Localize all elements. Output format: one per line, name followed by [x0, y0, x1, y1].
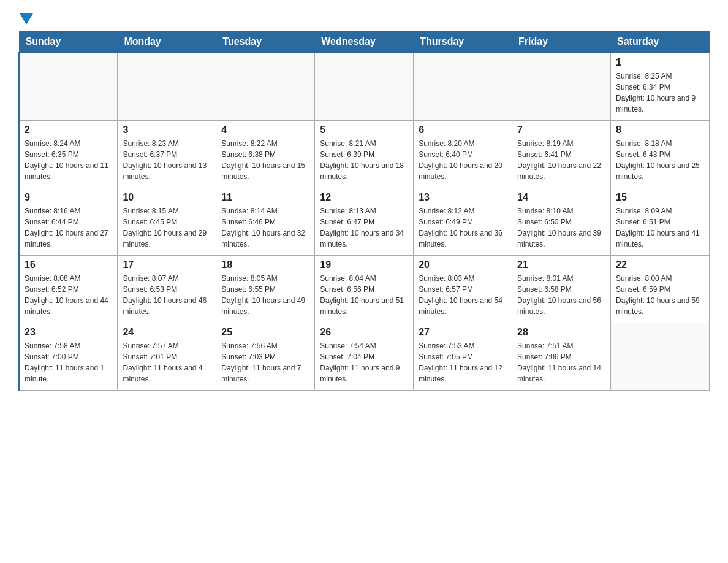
- day-info: Sunrise: 8:05 AMSunset: 6:55 PMDaylight:…: [221, 273, 309, 317]
- day-number: 11: [221, 192, 309, 203]
- calendar-cell: 16Sunrise: 8:08 AMSunset: 6:52 PMDayligh…: [19, 255, 118, 323]
- header-friday: Friday: [512, 31, 611, 53]
- day-info: Sunrise: 7:54 AMSunset: 7:04 PMDaylight:…: [320, 340, 408, 385]
- day-number: 13: [419, 192, 507, 203]
- day-info: Sunrise: 8:24 AMSunset: 6:35 PMDaylight:…: [25, 138, 112, 182]
- calendar-header: Sunday Monday Tuesday Wednesday Thursday…: [19, 31, 710, 53]
- calendar-cell: 18Sunrise: 8:05 AMSunset: 6:55 PMDayligh…: [216, 255, 315, 323]
- day-info: Sunrise: 7:58 AMSunset: 7:00 PMDaylight:…: [25, 340, 112, 385]
- day-info: Sunrise: 8:15 AMSunset: 6:45 PMDaylight:…: [123, 205, 211, 250]
- day-number: 9: [25, 192, 112, 203]
- day-info: Sunrise: 8:01 AMSunset: 6:58 PMDaylight:…: [517, 273, 605, 317]
- day-number: 2: [25, 124, 112, 136]
- day-number: 22: [616, 259, 704, 270]
- day-number: 18: [221, 259, 309, 270]
- calendar-table: Sunday Monday Tuesday Wednesday Thursday…: [18, 31, 710, 391]
- calendar-cell: [19, 53, 118, 120]
- day-number: 27: [419, 327, 507, 338]
- header-saturday: Saturday: [611, 31, 710, 53]
- header-wednesday: Wednesday: [315, 31, 414, 53]
- day-info: Sunrise: 8:09 AMSunset: 6:51 PMDaylight:…: [616, 205, 704, 250]
- day-number: 16: [25, 259, 112, 270]
- calendar-cell: 19Sunrise: 8:04 AMSunset: 6:56 PMDayligh…: [315, 255, 414, 323]
- calendar-cell: 27Sunrise: 7:53 AMSunset: 7:05 PMDayligh…: [414, 323, 512, 390]
- calendar-cell: 14Sunrise: 8:10 AMSunset: 6:50 PMDayligh…: [512, 188, 611, 255]
- day-number: 19: [320, 259, 408, 270]
- calendar-cell: 22Sunrise: 8:00 AMSunset: 6:59 PMDayligh…: [611, 255, 710, 323]
- calendar-cell: 8Sunrise: 8:18 AMSunset: 6:43 PMDaylight…: [611, 120, 710, 188]
- day-number: 14: [517, 192, 605, 203]
- calendar-cell: 25Sunrise: 7:56 AMSunset: 7:03 PMDayligh…: [216, 323, 315, 390]
- day-info: Sunrise: 8:14 AMSunset: 6:46 PMDaylight:…: [221, 205, 309, 250]
- day-info: Sunrise: 8:10 AMSunset: 6:50 PMDaylight:…: [517, 205, 605, 250]
- header-thursday: Thursday: [414, 31, 512, 53]
- day-number: 10: [123, 192, 211, 203]
- header-monday: Monday: [118, 31, 216, 53]
- day-info: Sunrise: 8:03 AMSunset: 6:57 PMDaylight:…: [419, 273, 507, 317]
- calendar-cell: [118, 53, 216, 120]
- day-info: Sunrise: 8:00 AMSunset: 6:59 PMDaylight:…: [616, 273, 704, 317]
- calendar-cell: [611, 323, 710, 390]
- calendar-cell: 12Sunrise: 8:13 AMSunset: 6:47 PMDayligh…: [315, 188, 414, 255]
- day-number: 15: [616, 192, 704, 203]
- calendar-cell: 5Sunrise: 8:21 AMSunset: 6:39 PMDaylight…: [315, 120, 414, 188]
- day-number: 6: [419, 124, 507, 136]
- calendar-cell: [414, 53, 512, 120]
- day-number: 24: [123, 327, 211, 338]
- day-number: 21: [517, 259, 605, 270]
- day-number: 26: [320, 327, 408, 338]
- day-info: Sunrise: 8:13 AMSunset: 6:47 PMDaylight:…: [320, 205, 408, 250]
- calendar-cell: 21Sunrise: 8:01 AMSunset: 6:58 PMDayligh…: [512, 255, 611, 323]
- day-info: Sunrise: 8:07 AMSunset: 6:53 PMDaylight:…: [123, 273, 211, 317]
- day-info: Sunrise: 7:53 AMSunset: 7:05 PMDaylight:…: [419, 340, 507, 385]
- calendar-body: 1Sunrise: 8:25 AMSunset: 6:34 PMDaylight…: [19, 53, 710, 390]
- day-info: Sunrise: 7:51 AMSunset: 7:06 PMDaylight:…: [517, 340, 605, 385]
- calendar-cell: 17Sunrise: 8:07 AMSunset: 6:53 PMDayligh…: [118, 255, 216, 323]
- day-number: 25: [221, 327, 309, 338]
- calendar-week-row: 16Sunrise: 8:08 AMSunset: 6:52 PMDayligh…: [19, 255, 710, 323]
- day-info: Sunrise: 8:12 AMSunset: 6:49 PMDaylight:…: [419, 205, 507, 250]
- day-info: Sunrise: 8:18 AMSunset: 6:43 PMDaylight:…: [616, 138, 704, 182]
- svg-marker-0: [20, 13, 33, 25]
- day-number: 23: [25, 327, 112, 338]
- day-info: Sunrise: 8:04 AMSunset: 6:56 PMDaylight:…: [320, 273, 408, 317]
- day-number: 7: [517, 124, 605, 136]
- day-info: Sunrise: 8:19 AMSunset: 6:41 PMDaylight:…: [517, 138, 605, 182]
- day-info: Sunrise: 8:20 AMSunset: 6:40 PMDaylight:…: [419, 138, 507, 182]
- calendar-cell: 20Sunrise: 8:03 AMSunset: 6:57 PMDayligh…: [414, 255, 512, 323]
- calendar-cell: 7Sunrise: 8:19 AMSunset: 6:41 PMDaylight…: [512, 120, 611, 188]
- calendar-cell: 28Sunrise: 7:51 AMSunset: 7:06 PMDayligh…: [512, 323, 611, 390]
- header-row: Sunday Monday Tuesday Wednesday Thursday…: [19, 31, 710, 53]
- logo: [18, 12, 33, 25]
- day-number: 8: [616, 124, 704, 136]
- calendar-cell: 13Sunrise: 8:12 AMSunset: 6:49 PMDayligh…: [414, 188, 512, 255]
- calendar-cell: [216, 53, 315, 120]
- day-info: Sunrise: 8:16 AMSunset: 6:44 PMDaylight:…: [25, 205, 112, 250]
- day-info: Sunrise: 7:56 AMSunset: 7:03 PMDaylight:…: [221, 340, 309, 385]
- calendar-cell: 15Sunrise: 8:09 AMSunset: 6:51 PMDayligh…: [611, 188, 710, 255]
- calendar-cell: 4Sunrise: 8:22 AMSunset: 6:38 PMDaylight…: [216, 120, 315, 188]
- calendar-cell: 10Sunrise: 8:15 AMSunset: 6:45 PMDayligh…: [118, 188, 216, 255]
- calendar-cell: 2Sunrise: 8:24 AMSunset: 6:35 PMDaylight…: [19, 120, 118, 188]
- day-number: 1: [616, 57, 704, 68]
- day-info: Sunrise: 8:08 AMSunset: 6:52 PMDaylight:…: [25, 273, 112, 317]
- day-number: 3: [123, 124, 211, 136]
- calendar-cell: 3Sunrise: 8:23 AMSunset: 6:37 PMDaylight…: [118, 120, 216, 188]
- calendar-week-row: 1Sunrise: 8:25 AMSunset: 6:34 PMDaylight…: [19, 53, 710, 120]
- calendar-week-row: 23Sunrise: 7:58 AMSunset: 7:00 PMDayligh…: [19, 323, 710, 390]
- calendar-week-row: 2Sunrise: 8:24 AMSunset: 6:35 PMDaylight…: [19, 120, 710, 188]
- header-sunday: Sunday: [19, 31, 118, 53]
- calendar-cell: 9Sunrise: 8:16 AMSunset: 6:44 PMDaylight…: [19, 188, 118, 255]
- day-number: 28: [517, 327, 605, 338]
- day-info: Sunrise: 8:25 AMSunset: 6:34 PMDaylight:…: [616, 71, 704, 115]
- day-number: 17: [123, 259, 211, 270]
- calendar-cell: 1Sunrise: 8:25 AMSunset: 6:34 PMDaylight…: [611, 53, 710, 120]
- calendar-cell: 6Sunrise: 8:20 AMSunset: 6:40 PMDaylight…: [414, 120, 512, 188]
- day-info: Sunrise: 8:23 AMSunset: 6:37 PMDaylight:…: [123, 138, 211, 182]
- calendar-cell: [315, 53, 414, 120]
- calendar-cell: 23Sunrise: 7:58 AMSunset: 7:00 PMDayligh…: [19, 323, 118, 390]
- day-number: 4: [221, 124, 309, 136]
- calendar-cell: 24Sunrise: 7:57 AMSunset: 7:01 PMDayligh…: [118, 323, 216, 390]
- calendar-cell: 26Sunrise: 7:54 AMSunset: 7:04 PMDayligh…: [315, 323, 414, 390]
- day-number: 12: [320, 192, 408, 203]
